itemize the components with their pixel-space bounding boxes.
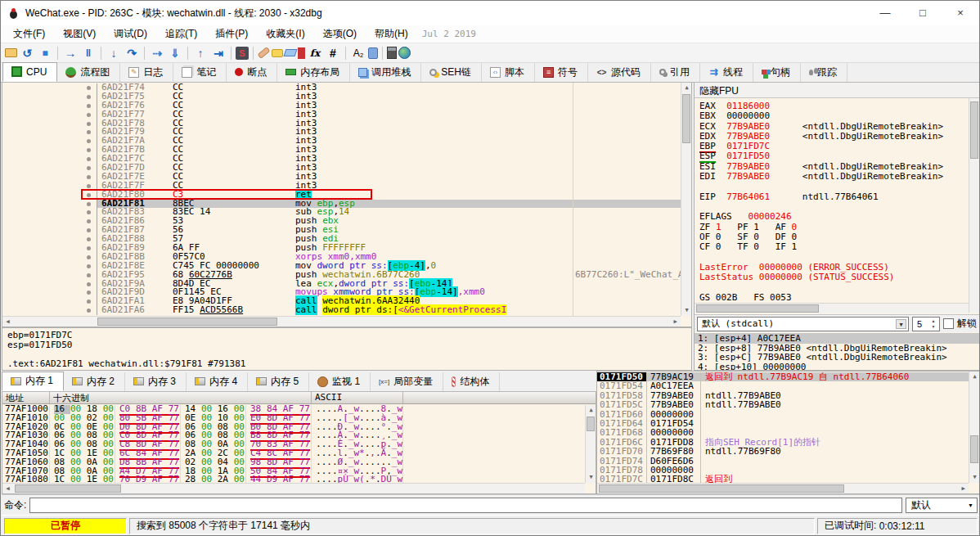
tab-断点[interactable]: 断点: [227, 63, 277, 82]
step-out-icon[interactable]: [192, 46, 209, 61]
argument-list[interactable]: 1: [esp+4] A0C17EEA2: [esp+8] 77B9ABE0 <…: [695, 333, 979, 370]
open-file-icon[interactable]: [5, 48, 17, 57]
bottom-tab-内存-2[interactable]: 内存 2: [64, 372, 125, 391]
tab-跟踪[interactable]: 跟踪: [801, 63, 847, 82]
menu-item-d[interactable]: 调试(D): [105, 26, 156, 41]
internet-icon[interactable]: [398, 47, 411, 59]
breakpoint-dot[interactable]: [83, 288, 97, 297]
stack-row[interactable]: 0171FD7077B69F80ntdll.77B69F80: [597, 447, 969, 456]
disassembly-pane[interactable]: 6AD21F74CCint36AD21F75CCint36AD21F76CCin…: [2, 83, 692, 327]
bottom-tab-内存-4[interactable]: 内存 4: [187, 372, 248, 391]
memory-dump-pane[interactable]: 地址 十六进制 ASCII 77AF100016 00 18 00C0 8B A…: [2, 392, 596, 494]
disasm-horizontal-scrollbar[interactable]: ◀▶: [2, 316, 681, 327]
run-to-user-icon[interactable]: [210, 46, 227, 61]
breakpoint-dot[interactable]: [83, 146, 97, 155]
disasm-row[interactable]: 6AD21FA6FF15 ACD5566Bcall dword ptr ds:[…: [2, 306, 681, 315]
command-profile-select[interactable]: 默认 ▼: [906, 498, 978, 513]
breakpoint-dot[interactable]: [83, 182, 97, 191]
tab-内存布局[interactable]: 内存布局: [277, 63, 350, 82]
menu-item-v[interactable]: 视图(V): [54, 26, 105, 41]
argument-depth-spinner[interactable]: 5 ▲▼: [912, 317, 940, 331]
tab-调用堆栈[interactable]: 调用堆栈: [350, 63, 421, 82]
register-list[interactable]: EAX 01186000EBX 00000000ECX 77B9ABE0 <nt…: [699, 101, 969, 303]
trace-into-icon[interactable]: [167, 46, 183, 61]
bottom-tab-内存-1[interactable]: 内存 1: [2, 372, 64, 391]
breakpoint-dot[interactable]: [83, 110, 97, 119]
scylla-icon[interactable]: [236, 47, 249, 60]
bookmark-icon[interactable]: [298, 47, 305, 59]
calculator-icon[interactable]: [387, 47, 397, 59]
stack-pane[interactable]: 0171FD5077B9AC19返回到 ntdll.77B9AC19 自 ntd…: [596, 371, 980, 494]
tab-seh链[interactable]: SEH链: [421, 63, 482, 82]
breakpoint-dot[interactable]: [83, 235, 97, 244]
label-icon[interactable]: [284, 49, 298, 56]
memory-horizontal-scrollbar[interactable]: ◀: [2, 483, 585, 493]
breakpoint-dot[interactable]: [83, 217, 97, 226]
close-button[interactable]: ×: [942, 1, 979, 25]
menu-item-f[interactable]: 文件(F): [4, 26, 54, 41]
stack-row[interactable]: 0171FD5C77B9ABE0ntdll.77B9ABE0: [597, 400, 969, 409]
breakpoint-dot[interactable]: [83, 200, 97, 209]
tab-源代码[interactable]: 源代码: [588, 63, 651, 82]
breakpoint-dot[interactable]: [83, 155, 97, 164]
breakpoint-dot[interactable]: [83, 92, 97, 101]
hide-fpu-button[interactable]: 隐藏FPU: [695, 83, 979, 98]
breakpoint-dot[interactable]: [83, 164, 97, 173]
tab-笔记[interactable]: 笔记: [173, 63, 227, 82]
stop-icon[interactable]: [37, 46, 53, 61]
breakpoint-dot[interactable]: [83, 226, 97, 235]
breakpoint-dot[interactable]: [83, 191, 97, 200]
menu-item-t[interactable]: 追踪(T): [156, 26, 206, 41]
bottom-tab-内存-5[interactable]: 内存 5: [248, 372, 309, 391]
breakpoint-dot[interactable]: [83, 253, 97, 262]
breakpoint-dot[interactable]: [83, 119, 97, 128]
pause-icon[interactable]: [80, 46, 97, 61]
breakpoint-dot[interactable]: [83, 297, 97, 306]
hash-icon[interactable]: [325, 46, 341, 61]
breakpoint-dot[interactable]: [83, 83, 97, 92]
bottom-tab-局部变量[interactable]: 局部变量: [371, 372, 443, 391]
calling-convention-select[interactable]: 默认 (stdcall) ▼: [697, 317, 909, 331]
comment-icon[interactable]: [272, 49, 283, 57]
restart-icon[interactable]: [19, 46, 35, 61]
breakpoint-dot[interactable]: [83, 280, 97, 289]
stack-horizontal-scrollbar[interactable]: ▶: [597, 483, 969, 493]
breakpoint-dot[interactable]: [83, 128, 97, 137]
tab-cpu[interactable]: CPU: [2, 62, 57, 82]
memory-row[interactable]: 77AF10801C 00 1E 0070 D9 AF 7728 00 2A 0…: [2, 475, 585, 483]
menu-item-i[interactable]: 收藏夹(I): [257, 26, 313, 41]
registers-horizontal-scrollbar[interactable]: [695, 303, 969, 313]
breakpoint-dot[interactable]: [83, 271, 97, 280]
tab-线程[interactable]: 线程: [700, 63, 753, 82]
memory-vertical-scrollbar[interactable]: ▲▼: [585, 405, 596, 483]
breakpoint-dot[interactable]: [83, 101, 97, 110]
patch-icon[interactable]: [258, 47, 271, 59]
register-line[interactable]: GS 002B FS 0053: [699, 293, 969, 303]
bottom-tab-内存-3[interactable]: 内存 3: [125, 372, 187, 391]
function-icon[interactable]: [307, 46, 323, 61]
bottom-tab-结构体[interactable]: 结构体: [443, 372, 500, 391]
menu-item-o[interactable]: 选项(O): [314, 26, 366, 41]
breakpoint-dot[interactable]: [83, 137, 97, 146]
breakpoint-dot[interactable]: [83, 262, 97, 271]
argument-row[interactable]: 3: [esp+C] 77B9ABE0 <ntdll.DbgUiRemoteBr…: [695, 353, 979, 363]
tab-日志[interactable]: 日志: [120, 63, 173, 82]
stack-row[interactable]: 0171FD7C0171FD8C返回到: [597, 475, 969, 483]
register-line[interactable]: CF 0 TF 0 IF 1: [699, 242, 969, 252]
breakpoint-dot[interactable]: [83, 306, 97, 315]
stack-vertical-scrollbar[interactable]: ▲▼: [969, 372, 979, 483]
step-into-icon[interactable]: [106, 46, 122, 61]
register-line[interactable]: EDI 77B9ABE0 <ntdll.DbgUiRemoteBreakin>: [699, 172, 969, 182]
tab-句柄[interactable]: 句柄: [753, 63, 801, 82]
registers-vertical-scrollbar[interactable]: [969, 98, 979, 313]
breakpoint-dot[interactable]: [83, 244, 97, 253]
argument-row[interactable]: 1: [esp+4] A0C17EEA: [695, 334, 979, 344]
modules-icon[interactable]: [368, 47, 378, 59]
register-line[interactable]: LastStatus 00000000 (STATUS_SUCCESS): [699, 273, 969, 282]
unlock-checkbox[interactable]: [943, 318, 954, 329]
tab-符号[interactable]: 符号: [535, 63, 588, 82]
breakpoint-dot[interactable]: [83, 208, 97, 217]
disasm-vertical-scrollbar[interactable]: ▲▼: [681, 83, 691, 316]
breakpoint-dot[interactable]: [83, 173, 97, 182]
tab-引用[interactable]: 引用: [651, 63, 700, 82]
